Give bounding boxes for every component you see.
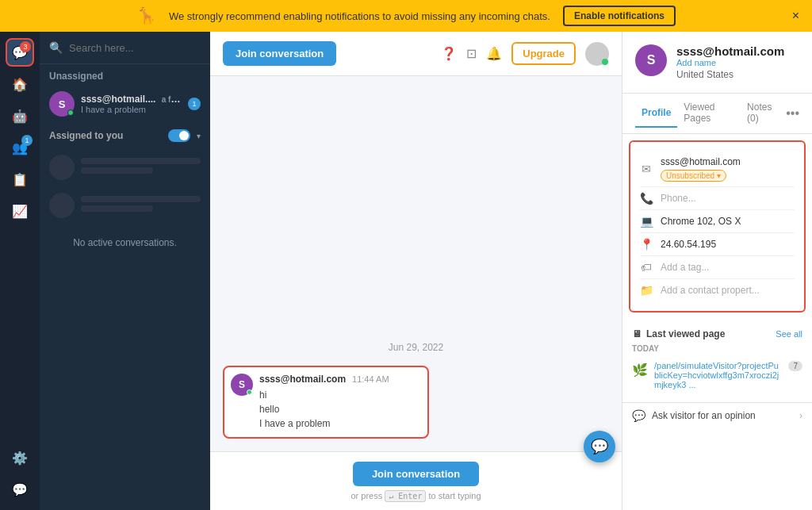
conversation-info: ssss@hotmail.... a few se... I have a pr… bbox=[81, 94, 182, 114]
user-status-dot bbox=[602, 59, 608, 65]
today-label: TODAY bbox=[632, 344, 802, 353]
no-conversations-text: No active conversations. bbox=[40, 224, 210, 261]
conversation-badge: 1 bbox=[188, 98, 201, 110]
chevron-down-icon-unsub: ▾ bbox=[717, 171, 721, 180]
message-line-2: hello bbox=[259, 402, 389, 416]
phone-detail-row: 📞 Phone... bbox=[640, 187, 795, 210]
message-avatar: S bbox=[231, 374, 253, 396]
message-sender: ssss@hotmail.com bbox=[259, 374, 346, 385]
email-content: ssss@hotmail.com Unsubscribed ▾ bbox=[661, 156, 795, 182]
email-detail-row: ✉ ssss@hotmail.com Unsubscribed ▾ bbox=[640, 151, 795, 187]
sidebar-item-reports[interactable]: 📋 bbox=[6, 165, 34, 194]
chat-body: Jun 29, 2022 S ssss@hotmail.com 11:44 AM… bbox=[210, 76, 622, 451]
notification-giraffe-icon: 🦒 bbox=[136, 6, 156, 25]
conversation-name: ssss@hotmail.... a few se... bbox=[81, 94, 182, 105]
blurred-line-2 bbox=[81, 167, 153, 174]
add-name-link[interactable]: Add name bbox=[676, 58, 784, 67]
join-conversation-footer-button[interactable]: Join conversation bbox=[353, 462, 479, 486]
assigned-label: Assigned to you bbox=[49, 130, 162, 141]
search-icon: 🔍 bbox=[49, 41, 63, 54]
ask-opinion-icon: 💬 bbox=[632, 409, 645, 422]
blurred-lines-2 bbox=[81, 196, 201, 215]
more-options-button[interactable]: ••• bbox=[786, 106, 799, 121]
sidebar-item-settings[interactable]: ⚙️ bbox=[6, 443, 34, 472]
visited-page-icon: 🌿 bbox=[632, 362, 648, 378]
tab-profile[interactable]: Profile bbox=[635, 99, 677, 128]
reports-icon: 📋 bbox=[12, 172, 28, 187]
tag-icon: 🏷 bbox=[640, 261, 653, 274]
profile-details-section: ✉ ssss@hotmail.com Unsubscribed ▾ 📞 Phon… bbox=[629, 140, 806, 313]
phone-content: Phone... bbox=[661, 193, 795, 204]
unsubscribed-badge[interactable]: Unsubscribed ▾ bbox=[661, 167, 795, 182]
tab-notes[interactable]: Notes (0) bbox=[741, 94, 786, 133]
conversation-item[interactable]: S ssss@hotmail.... a few se... I have a … bbox=[40, 85, 210, 123]
last-viewed-header: 🖥 Last viewed page See all bbox=[632, 328, 802, 339]
sidebar-item-chat-bottom[interactable]: 💬 bbox=[6, 475, 34, 504]
email-value: ssss@hotmail.com bbox=[661, 156, 795, 167]
date-divider: Jun 29, 2022 bbox=[223, 342, 609, 353]
main-chat: Join conversation ❓ ⊡ 🔔 Upgrade Jun 29, … bbox=[210, 32, 622, 510]
expand-icon[interactable]: ⊡ bbox=[466, 46, 477, 61]
tab-viewed-pages[interactable]: Viewed Pages bbox=[677, 94, 741, 133]
blurred-avatar bbox=[49, 155, 75, 180]
property-placeholder[interactable]: Add a contact propert... bbox=[661, 285, 795, 296]
browser-detail-row: 💻 Chrome 102, OS X bbox=[640, 210, 795, 233]
last-viewed-section: 🖥 Last viewed page See all TODAY 🌿 /pane… bbox=[622, 319, 812, 402]
visited-page-row: 🌿 /panel/simulateVisitor?projectPublicKe… bbox=[632, 358, 802, 393]
hint-suffix: to start typing bbox=[428, 491, 481, 500]
sidebar: 💬 3 🏠 🤖 👥 1 📋 📈 ⚙️ 💬 bbox=[0, 32, 40, 510]
help-icon[interactable]: ❓ bbox=[441, 46, 457, 61]
contact-avatar: S bbox=[635, 44, 667, 76]
chevron-right-icon: › bbox=[799, 410, 802, 421]
join-conversation-button[interactable]: Join conversation bbox=[223, 41, 336, 66]
unsubscribed-label[interactable]: Unsubscribed ▾ bbox=[661, 170, 726, 182]
assigned-toggle[interactable] bbox=[168, 129, 190, 142]
close-notification-icon[interactable]: × bbox=[792, 9, 799, 23]
main-layout: 💬 3 🏠 🤖 👥 1 📋 📈 ⚙️ 💬 🔍 bbox=[0, 32, 812, 510]
conversations-badge: 3 bbox=[20, 41, 31, 52]
settings-icon: ⚙️ bbox=[12, 451, 28, 466]
chevron-down-icon: ▾ bbox=[197, 132, 201, 140]
ip-detail-row: 📍 24.60.54.195 bbox=[640, 233, 795, 256]
blurred-line-4 bbox=[81, 205, 153, 212]
contact-property-row: 📁 Add a contact propert... bbox=[640, 279, 795, 301]
unassigned-header: Unassigned bbox=[40, 64, 210, 85]
fab-button[interactable]: 💬 bbox=[584, 431, 615, 462]
message-line-1: hi bbox=[259, 388, 389, 402]
blurred-avatar-2 bbox=[49, 193, 75, 218]
sidebar-item-conversations[interactable]: 💬 3 bbox=[6, 38, 34, 67]
tag-content: Add a tag... bbox=[661, 262, 795, 273]
visited-count-badge: 7 bbox=[788, 361, 802, 371]
message-line-3: I have a problem bbox=[259, 416, 389, 431]
blurred-line-1 bbox=[81, 158, 201, 164]
ask-opinion-row[interactable]: 💬 Ask visitor for an opinion › bbox=[622, 402, 812, 428]
enable-notifications-button[interactable]: Enable notifications bbox=[563, 6, 676, 26]
ip-content: 24.60.54.195 bbox=[661, 239, 795, 250]
message-content: ssss@hotmail.com 11:44 AM hi hello I hav… bbox=[259, 374, 389, 431]
blurred-row-2 bbox=[40, 186, 210, 224]
message-time: 11:44 AM bbox=[352, 374, 389, 384]
contacts-badge: 1 bbox=[21, 135, 33, 146]
see-all-link[interactable]: See all bbox=[776, 329, 802, 339]
browser-content: Chrome 102, OS X bbox=[661, 216, 795, 227]
browser-value: Chrome 102, OS X bbox=[661, 216, 795, 227]
visited-page-url[interactable]: /panel/simulateVisitor?projectPublicKey=… bbox=[654, 361, 782, 389]
chat-header-actions: ❓ ⊡ 🔔 Upgrade bbox=[441, 42, 609, 66]
upgrade-button[interactable]: Upgrade bbox=[511, 42, 576, 65]
bell-icon[interactable]: 🔔 bbox=[486, 46, 502, 61]
sidebar-item-contacts[interactable]: 👥 1 bbox=[6, 133, 34, 162]
tag-placeholder[interactable]: Add a tag... bbox=[661, 262, 795, 273]
last-viewed-title: 🖥 Last viewed page bbox=[632, 328, 725, 339]
phone-placeholder: Phone... bbox=[661, 193, 795, 204]
property-icon: 📁 bbox=[640, 284, 653, 297]
bot-icon: 🤖 bbox=[12, 109, 28, 124]
message-text: hi hello I have a problem bbox=[259, 388, 389, 431]
blurred-row-1 bbox=[40, 148, 210, 186]
sidebar-item-analytics[interactable]: 📈 bbox=[6, 197, 34, 225]
press-hint: or press ↵ Enter to start typing bbox=[350, 491, 481, 500]
sidebar-item-bot[interactable]: 🤖 bbox=[6, 102, 34, 130]
sidebar-item-home[interactable]: 🏠 bbox=[6, 70, 34, 98]
property-content: Add a contact propert... bbox=[661, 285, 795, 296]
search-input[interactable] bbox=[69, 42, 202, 54]
message-online-dot bbox=[247, 389, 252, 395]
